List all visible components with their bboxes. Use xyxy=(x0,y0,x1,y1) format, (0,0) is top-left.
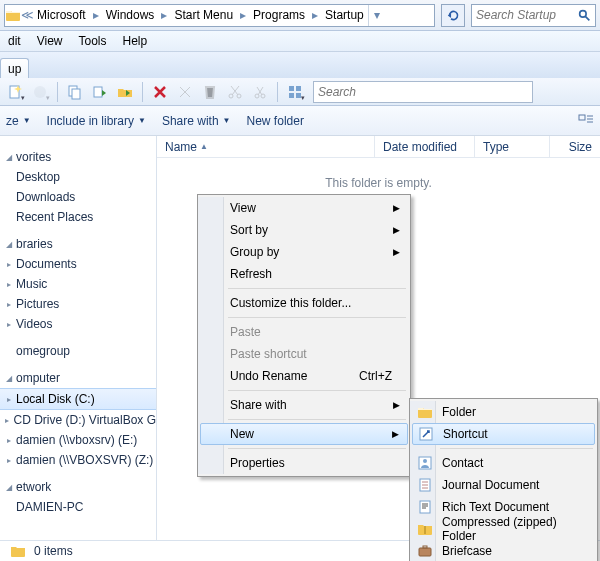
svg-rect-12 xyxy=(289,93,294,98)
tool-delete[interactable] xyxy=(149,81,171,103)
cmd-share-with[interactable]: Share with▼ xyxy=(162,114,231,128)
submenu-arrow-icon: ▶ xyxy=(393,400,400,410)
search-input[interactable] xyxy=(476,8,574,22)
sidebar-group-network[interactable]: ◢etwork xyxy=(0,470,156,497)
col-date[interactable]: Date modified xyxy=(375,136,475,157)
menu-item-journal-document[interactable]: Journal Document xyxy=(412,474,595,496)
context-submenu-new[interactable]: FolderShortcutContactJournal DocumentRic… xyxy=(409,398,598,561)
menu-tools[interactable]: Tools xyxy=(70,31,114,51)
search-icon xyxy=(578,9,591,22)
sidebar-item-videos[interactable]: ▸Videos xyxy=(0,314,156,334)
toolbar-search[interactable] xyxy=(313,81,533,103)
menu-item-folder[interactable]: Folder xyxy=(412,401,595,423)
cmd-organize[interactable]: ze▼ xyxy=(6,114,31,128)
menu-item-label: Rich Text Document xyxy=(442,500,549,514)
tool-copyto[interactable] xyxy=(89,81,111,103)
menu-item-briefcase[interactable]: Briefcase xyxy=(412,540,595,561)
menu-item-compressed-zipped-folder[interactable]: Compressed (zipped) Folder xyxy=(412,518,595,540)
cmd-include-library[interactable]: Include in library▼ xyxy=(47,114,146,128)
sidebar-item-downloads[interactable]: Downloads xyxy=(0,187,156,207)
menu-item-contact[interactable]: Contact xyxy=(412,452,595,474)
chevron-left-icon[interactable]: ≪ xyxy=(21,5,33,26)
toolbar-separator xyxy=(277,82,278,102)
breadcrumb-item[interactable]: Windows xyxy=(102,5,159,26)
breadcrumb-item[interactable]: Programs xyxy=(249,5,309,26)
sidebar-item-pc[interactable]: DAMIEN-PC xyxy=(0,497,156,517)
search-box[interactable] xyxy=(471,4,596,27)
menu-item-undo-rename[interactable]: Undo RenameCtrl+Z xyxy=(200,365,408,387)
tool-cut xyxy=(174,81,196,103)
tool-copy[interactable] xyxy=(64,81,86,103)
menu-item-refresh[interactable]: Refresh xyxy=(200,263,408,285)
menu-item-properties[interactable]: Properties xyxy=(200,452,408,474)
menu-help[interactable]: Help xyxy=(115,31,156,51)
refresh-button[interactable] xyxy=(441,4,465,27)
breadcrumb-box[interactable]: ≪ Microsoft ▸ Windows ▸ Start Menu ▸ Pro… xyxy=(4,4,435,27)
chevron-right-icon[interactable]: ▸ xyxy=(237,5,249,26)
col-size[interactable]: Size xyxy=(550,136,600,157)
menu-item-share-with[interactable]: Share with▶ xyxy=(200,394,408,416)
toolbar-search-input[interactable] xyxy=(318,85,528,99)
svg-point-8 xyxy=(255,94,259,98)
sidebar-item-local-disk[interactable]: ▸Local Disk (C:) xyxy=(0,388,156,410)
menu-item-label: Shortcut xyxy=(443,427,488,441)
col-type[interactable]: Type xyxy=(475,136,550,157)
sidebar-item-network-z[interactable]: ▸damien (\\VBOXSVR) (Z:) xyxy=(0,450,156,470)
empty-message: This folder is empty. xyxy=(157,176,600,190)
menu-item-customize-this-folder-[interactable]: Customize this folder... xyxy=(200,292,408,314)
menu-item-label: Compressed (zipped) Folder xyxy=(442,515,571,543)
view-mode-button[interactable] xyxy=(578,114,594,128)
breadcrumb-item[interactable]: Start Menu xyxy=(170,5,237,26)
col-name[interactable]: Name▲ xyxy=(157,136,375,157)
sidebar-group-favorites[interactable]: ◢vorites xyxy=(0,140,156,167)
journal-icon xyxy=(417,477,433,493)
shortcut-icon xyxy=(418,426,434,442)
menu-edit[interactable]: dit xyxy=(0,31,29,51)
sidebar-group-computer[interactable]: ◢omputer xyxy=(0,361,156,388)
toolbar: ▾ ▾ ▾ xyxy=(0,78,600,106)
menu-separator xyxy=(440,448,593,449)
sidebar-item-documents[interactable]: ▸Documents xyxy=(0,254,156,274)
menu-item-sort-by[interactable]: Sort by▶ xyxy=(200,219,408,241)
menu-item-shortcut[interactable]: Shortcut xyxy=(412,423,595,445)
menu-separator xyxy=(228,390,406,391)
svg-point-9 xyxy=(261,94,265,98)
menu-item-view[interactable]: View▶ xyxy=(200,197,408,219)
tool-view[interactable]: ▾ xyxy=(284,81,306,103)
folder-icon xyxy=(417,404,433,420)
chevron-right-icon[interactable]: ▸ xyxy=(90,5,102,26)
sidebar-item-cd-drive[interactable]: ▸CD Drive (D:) VirtualBox G xyxy=(0,410,156,430)
menu-item-paste: Paste xyxy=(200,321,408,343)
navigation-pane[interactable]: ◢vorites Desktop Downloads Recent Places… xyxy=(0,136,157,540)
tool-new[interactable]: ▾ xyxy=(4,81,26,103)
tool-moveto[interactable] xyxy=(114,81,136,103)
sidebar-group-libraries[interactable]: ◢braries xyxy=(0,227,156,254)
context-menu[interactable]: View▶Sort by▶Group by▶RefreshCustomize t… xyxy=(197,194,411,477)
chevron-right-icon[interactable]: ▸ xyxy=(158,5,170,26)
folder-icon xyxy=(5,5,21,26)
rtf-icon xyxy=(417,499,433,515)
chevron-right-icon[interactable]: ▸ xyxy=(309,5,321,26)
menu-view[interactable]: View xyxy=(29,31,71,51)
submenu-arrow-icon: ▶ xyxy=(392,429,399,439)
menu-item-group-by[interactable]: Group by▶ xyxy=(200,241,408,263)
sidebar-item-music[interactable]: ▸Music xyxy=(0,274,156,294)
sidebar-item-desktop[interactable]: Desktop xyxy=(0,167,156,187)
menu-separator xyxy=(228,288,406,289)
svg-rect-14 xyxy=(579,115,585,120)
menu-item-new[interactable]: New▶ xyxy=(200,423,408,445)
sidebar-item-recent[interactable]: Recent Places xyxy=(0,207,156,227)
cmd-new-folder[interactable]: New folder xyxy=(247,114,304,128)
svg-point-0 xyxy=(580,10,587,17)
svg-rect-5 xyxy=(94,87,102,97)
sidebar-item-network-e[interactable]: ▸damien (\\vboxsrv) (E:) xyxy=(0,430,156,450)
breadcrumb-item[interactable]: Startup xyxy=(321,5,368,26)
sidebar-item-pictures[interactable]: ▸Pictures xyxy=(0,294,156,314)
breadcrumb-item[interactable]: Microsoft xyxy=(33,5,90,26)
address-dropdown[interactable]: ▾ xyxy=(368,5,385,26)
tab-startup[interactable]: up xyxy=(0,58,29,78)
zip-icon xyxy=(417,521,433,537)
svg-rect-19 xyxy=(420,501,430,513)
column-headers[interactable]: Name▲ Date modified Type Size xyxy=(157,136,600,158)
sidebar-group-homegroup[interactable]: omegroup xyxy=(0,334,156,361)
